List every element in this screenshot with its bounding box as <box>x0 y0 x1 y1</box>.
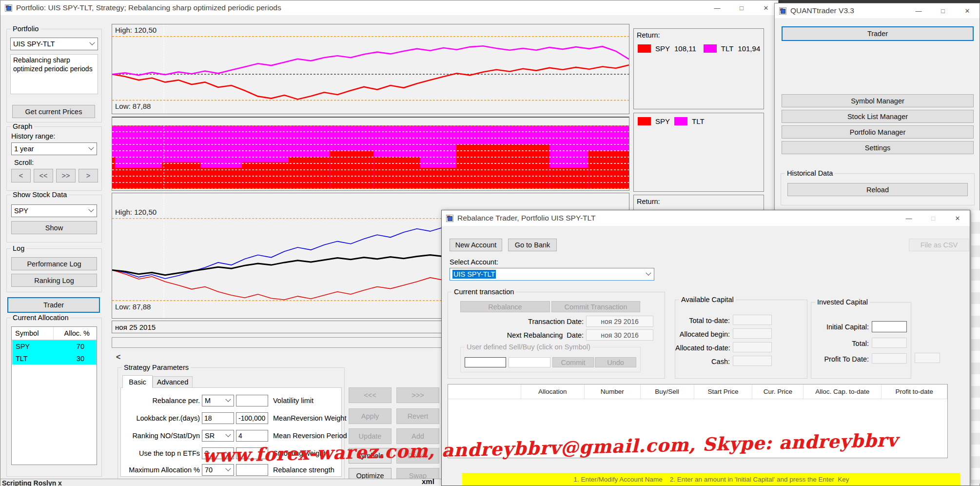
trade-col-Start Price[interactable]: Start Price <box>694 385 753 399</box>
strategy--button[interactable]: >>> <box>396 387 439 403</box>
get-current-prices-button[interactable]: Get current Prices <box>12 105 95 118</box>
allocated-to-date-label: Allocated to-date: <box>675 344 730 352</box>
quant-settings-button[interactable]: Settings <box>782 141 974 154</box>
legend-value: 108,11 <box>674 44 696 53</box>
current-transaction-label: Current transaction <box>452 288 516 296</box>
performance-log-button[interactable]: Performance Log <box>11 257 97 270</box>
param-combo-2[interactable]: SR <box>202 430 234 442</box>
param-field-1[interactable]: -100,000 <box>236 412 268 424</box>
param-combo-value: M <box>205 397 211 405</box>
chevron-down-icon <box>225 466 231 471</box>
strategy-apply-button[interactable]: Apply <box>349 408 392 424</box>
sellbuy-commit-button[interactable]: Commit <box>552 357 594 367</box>
trade-col-Profit to-date[interactable]: Profit to-date <box>882 385 947 399</box>
background-window-title[interactable]: Scripting Roslyn x <box>2 479 62 486</box>
close-icon[interactable]: ✕ <box>955 3 980 18</box>
chart1-canvas <box>112 24 629 114</box>
trade-col-Cur. Price[interactable]: Cur. Price <box>752 385 804 399</box>
allocation-row-TLT[interactable]: TLT30 <box>12 352 96 364</box>
allocated-begin-field <box>733 328 772 339</box>
sellbuy-amount-input[interactable] <box>509 357 550 367</box>
maximize-icon[interactable]: □ <box>931 3 955 18</box>
allocation-row-SPY[interactable]: SPY70 <box>12 340 96 352</box>
trade-col-Alloc. Cap. to-date[interactable]: Alloc. Cap. to-date <box>804 385 882 399</box>
series-SPY <box>112 65 629 99</box>
allocation-col-symbol[interactable]: Symbol <box>12 327 54 340</box>
strategy--button[interactable]: <<< <box>349 387 392 403</box>
return-legend-top: Return: SPY108,11TLT101,94 <box>633 28 764 109</box>
next-rebalancing-date-field: ноя 30 2016 <box>586 329 653 341</box>
file-as-csv-button[interactable]: File as CSV <box>909 239 969 251</box>
initial-capital-label: Initial Capital: <box>811 323 869 331</box>
chart-date-label: ноя 25 2015 <box>112 323 156 331</box>
app-form-icon <box>446 215 453 222</box>
minimize-icon[interactable]: — <box>906 3 931 18</box>
next-rebalancing-date-label: Next Rebalancing Date: <box>448 331 584 339</box>
return-legend-bottom-title: Return: <box>637 198 660 205</box>
sellbuy-symbol-input[interactable] <box>465 357 506 367</box>
param-field-2[interactable]: 4 <box>236 430 268 442</box>
reload-button[interactable]: Reload <box>787 183 968 196</box>
select-account-value: UIS SPY-TLT <box>452 270 496 279</box>
show-button[interactable]: Show <box>11 221 97 234</box>
quant-symbol-manager-button[interactable]: Symbol Manager <box>782 94 974 107</box>
trader-button[interactable]: Trader <box>7 297 100 313</box>
show-stock-data-label: Show Stock Data <box>11 191 69 199</box>
sellbuy-undo-button[interactable]: Undo <box>595 357 636 367</box>
param-combo-0[interactable]: M <box>202 395 234 406</box>
close-icon[interactable]: ✕ <box>945 210 970 226</box>
quant-trader-button[interactable]: Trader <box>782 26 974 41</box>
trade-col-blank[interactable] <box>448 385 521 399</box>
go-to-bank-button[interactable]: Go to Bank <box>508 239 557 251</box>
portfolio-return-chart[interactable]: High: 120,50 Low: 87,88 <box>112 24 629 114</box>
available-capital-group: Available Capital Total to-date: Allocat… <box>675 300 807 379</box>
allocation-history-chart[interactable] <box>112 117 629 191</box>
scroll-button-1[interactable]: << <box>34 169 53 182</box>
chevron-down-icon <box>88 207 94 212</box>
chart3-high-label: High: 120,50 <box>115 208 157 216</box>
strategy-side-buttons: <<<>>>ApplyRevertUpdateAddSymbolsDeleteO… <box>349 386 441 486</box>
maximize-icon[interactable]: □ <box>921 210 945 226</box>
portfolio-select[interactable]: UIS SPY-TLT <box>10 38 98 50</box>
tlt-swatch-icon <box>704 44 717 53</box>
quant-portfolio-manager-button[interactable]: Portfolio Manager <box>782 125 974 139</box>
stock-select[interactable]: SPY <box>11 204 97 217</box>
legend-name: SPY <box>655 44 670 53</box>
param-field-0[interactable] <box>236 395 268 406</box>
tab-advanced[interactable]: Advanced <box>153 376 193 388</box>
app-form-icon <box>5 4 12 12</box>
maximize-icon[interactable]: □ <box>729 0 754 15</box>
minimize-icon[interactable]: — <box>897 210 921 226</box>
param-right-label-1: MeanReversion Weight <box>273 412 346 424</box>
background-list-strip <box>971 210 980 484</box>
scroll-button-3[interactable]: > <box>78 169 98 182</box>
quant-stock-list-manager-button[interactable]: Stock List Manager <box>782 110 974 123</box>
scroll-button-0[interactable]: < <box>11 169 31 182</box>
param-label-4: Maximum Allocation % <box>122 464 200 476</box>
scroll-button-2[interactable]: >> <box>56 169 76 182</box>
tab-basic[interactable]: Basic <box>122 375 153 388</box>
allocation-symbol: SPY <box>12 343 54 350</box>
select-account-combo[interactable]: UIS SPY-TLT <box>450 268 654 281</box>
initial-capital-input[interactable] <box>872 321 907 332</box>
history-range-select[interactable]: 1 year <box>11 142 97 155</box>
rebalance-button[interactable]: Rebalance <box>460 301 550 312</box>
new-account-button[interactable]: New Account <box>450 239 502 251</box>
user-defined-sellbuy-label: User defined Sell/Buy (click on Symbol) <box>465 343 592 351</box>
main-titlebar[interactable]: Portfolio: UIS SPY-TLT, Strategy; Rebala… <box>0 0 778 15</box>
param-field-4[interactable] <box>236 464 268 476</box>
strategy-revert-button[interactable]: Revert <box>396 408 439 424</box>
dialog-titlebar[interactable]: Rebalance Trader, Portfolio UIS SPY-TLT … <box>442 210 970 226</box>
trade-col-Buy/Sell[interactable]: Buy/Sell <box>641 385 694 399</box>
ranking-log-button[interactable]: Ranking Log <box>11 274 97 287</box>
allocation-col-alloc[interactable]: Alloc. % <box>54 329 97 337</box>
param-input-1[interactable]: 18 <box>202 412 234 424</box>
spy-swatch-icon <box>638 117 651 125</box>
quant-titlebar[interactable]: QUANTtrader V3.3 — □ ✕ <box>775 3 980 18</box>
commit-transaction-button[interactable]: Commit Transaction <box>551 301 640 312</box>
trade-col-Number[interactable]: Number <box>585 385 641 399</box>
trade-col-Allocation[interactable]: Allocation <box>521 385 585 399</box>
minimize-icon[interactable]: — <box>705 0 729 15</box>
chevron-down-icon <box>225 432 231 437</box>
collapse-panel-arrow[interactable]: < <box>116 353 120 362</box>
